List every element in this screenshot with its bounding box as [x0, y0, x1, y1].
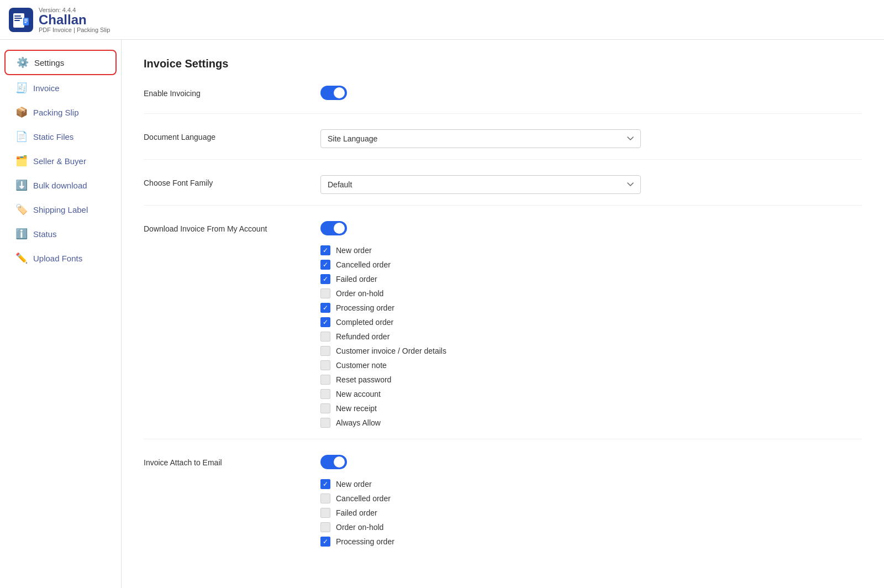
- email-order-onhold-label: Order on-hold: [336, 523, 383, 532]
- enable-invoicing-label: Enable Invoicing: [144, 86, 320, 98]
- list-item: Customer invoice / Order details: [320, 346, 862, 356]
- invoice-attach-email-toggle-knob: [334, 456, 345, 468]
- sidebar-item-shipping-label[interactable]: 🏷️ Shipping Label: [4, 198, 117, 221]
- sidebar-item-seller-buyer-label: Seller & Buyer: [33, 156, 86, 166]
- static-files-icon: 📄: [15, 130, 28, 143]
- app-name-label: Challan: [39, 13, 110, 27]
- sidebar: ⚙️ Settings 🧾 Invoice 📦 Packing Slip 📄 S…: [0, 40, 122, 588]
- list-item: New receipt: [320, 403, 862, 413]
- seller-buyer-icon: 🗂️: [15, 155, 28, 167]
- list-item: Processing order: [320, 303, 862, 313]
- svg-rect-8: [24, 22, 27, 23]
- download-invoice-toggle[interactable]: [320, 221, 347, 235]
- content-area: Invoice Settings Enable Invoicing Docume…: [122, 40, 884, 588]
- invoice-attach-email-label: Invoice Attach to Email: [144, 455, 320, 467]
- refunded-order-label: Refunded order: [336, 332, 390, 341]
- email-new-order-checkbox[interactable]: [320, 479, 330, 489]
- list-item: Completed order: [320, 317, 862, 327]
- invoice-attach-email-toggle[interactable]: [320, 455, 347, 469]
- email-failed-order-label: Failed order: [336, 508, 377, 517]
- document-language-select[interactable]: Site Language English French German Span…: [320, 129, 641, 148]
- list-item: New order: [320, 245, 862, 255]
- svg-rect-3: [14, 18, 22, 19]
- enable-invoicing-control: [320, 86, 862, 102]
- sidebar-item-bulk-download-label: Bulk download: [33, 181, 87, 190]
- sidebar-item-invoice[interactable]: 🧾 Invoice: [4, 76, 117, 99]
- enable-invoicing-toggle[interactable]: [320, 86, 347, 100]
- sidebar-item-packing-slip[interactable]: 📦 Packing Slip: [4, 101, 117, 124]
- list-item: Processing order: [320, 537, 862, 547]
- new-receipt-label: New receipt: [336, 404, 377, 413]
- invoice-attach-email-checkbox-list: New order Cancelled order Failed order O…: [320, 479, 862, 547]
- app-logo-icon: [9, 8, 33, 32]
- list-item: Order on-hold: [320, 288, 862, 298]
- sidebar-item-bulk-download[interactable]: ⬇️ Bulk download: [4, 174, 117, 197]
- page-title: Invoice Settings: [144, 57, 862, 70]
- new-order-checkbox[interactable]: [320, 245, 330, 255]
- list-item: Reset password: [320, 375, 862, 385]
- email-cancelled-order-checkbox[interactable]: [320, 494, 330, 503]
- list-item: New order: [320, 479, 862, 489]
- new-receipt-checkbox[interactable]: [320, 403, 330, 413]
- sidebar-item-upload-fonts[interactable]: ✏️ Upload Fonts: [4, 246, 117, 270]
- list-item: Cancelled order: [320, 494, 862, 503]
- settings-icon: ⚙️: [17, 56, 29, 69]
- sidebar-item-status[interactable]: ℹ️ Status: [4, 222, 117, 245]
- sidebar-item-static-files[interactable]: 📄 Static Files: [4, 125, 117, 148]
- enable-invoicing-row: Enable Invoicing: [144, 86, 862, 114]
- email-processing-order-label: Processing order: [336, 537, 394, 546]
- list-item: Failed order: [320, 508, 862, 518]
- refunded-order-checkbox[interactable]: [320, 332, 330, 342]
- customer-invoice-checkbox[interactable]: [320, 346, 330, 356]
- sidebar-item-static-files-label: Static Files: [33, 132, 73, 141]
- svg-rect-7: [24, 20, 28, 22]
- app-subtitle-label: PDF Invoice | Packing Slip: [39, 27, 110, 33]
- app-header: Version: 4.4.4 Challan PDF Invoice | Pac…: [0, 0, 884, 40]
- order-onhold-label: Order on-hold: [336, 289, 383, 298]
- list-item: Refunded order: [320, 332, 862, 342]
- upload-fonts-icon: ✏️: [15, 252, 28, 264]
- main-layout: ⚙️ Settings 🧾 Invoice 📦 Packing Slip 📄 S…: [0, 40, 884, 588]
- always-allow-checkbox[interactable]: [320, 418, 330, 428]
- order-onhold-checkbox[interactable]: [320, 288, 330, 298]
- email-order-onhold-checkbox[interactable]: [320, 522, 330, 532]
- download-invoice-checkbox-list: New order Cancelled order Failed order O…: [320, 245, 862, 428]
- cancelled-order-checkbox[interactable]: [320, 260, 330, 270]
- list-item: Cancelled order: [320, 260, 862, 270]
- svg-rect-4: [14, 20, 20, 21]
- status-icon: ℹ️: [15, 228, 28, 240]
- processing-order-checkbox[interactable]: [320, 303, 330, 313]
- sidebar-item-settings-label: Settings: [34, 58, 64, 67]
- invoice-icon: 🧾: [15, 82, 28, 94]
- logo-text: Version: 4.4.4 Challan PDF Invoice | Pac…: [39, 7, 110, 33]
- download-invoice-row: Download Invoice From My Account New ord…: [144, 221, 862, 439]
- email-cancelled-order-label: Cancelled order: [336, 494, 391, 503]
- email-failed-order-checkbox[interactable]: [320, 508, 330, 518]
- email-new-order-label: New order: [336, 480, 372, 489]
- sidebar-item-seller-buyer[interactable]: 🗂️ Seller & Buyer: [4, 149, 117, 172]
- reset-password-label: Reset password: [336, 375, 391, 384]
- completed-order-checkbox[interactable]: [320, 317, 330, 327]
- list-item: Order on-hold: [320, 522, 862, 532]
- svg-rect-2: [14, 15, 21, 17]
- font-family-control: Default Arial Times New Roman Helvetica: [320, 175, 862, 194]
- toggle-knob: [334, 87, 345, 98]
- email-processing-order-checkbox[interactable]: [320, 537, 330, 547]
- document-language-row: Document Language Site Language English …: [144, 129, 862, 160]
- reset-password-checkbox[interactable]: [320, 375, 330, 385]
- packing-slip-icon: 📦: [15, 106, 28, 118]
- invoice-attach-email-control: New order Cancelled order Failed order O…: [320, 455, 862, 547]
- new-account-checkbox[interactable]: [320, 389, 330, 399]
- failed-order-checkbox[interactable]: [320, 274, 330, 284]
- processing-order-label: Processing order: [336, 303, 394, 312]
- invoice-attach-email-row: Invoice Attach to Email New order Cancel…: [144, 455, 862, 558]
- sidebar-item-upload-fonts-label: Upload Fonts: [33, 254, 82, 263]
- sidebar-item-shipping-label-label: Shipping Label: [33, 205, 88, 214]
- font-family-select[interactable]: Default Arial Times New Roman Helvetica: [320, 175, 641, 194]
- failed-order-label: Failed order: [336, 275, 377, 284]
- list-item: Always Allow: [320, 418, 862, 428]
- document-language-label: Document Language: [144, 129, 320, 141]
- sidebar-item-settings[interactable]: ⚙️ Settings: [4, 50, 117, 75]
- logo-area: Version: 4.4.4 Challan PDF Invoice | Pac…: [9, 7, 110, 33]
- customer-note-checkbox[interactable]: [320, 360, 330, 370]
